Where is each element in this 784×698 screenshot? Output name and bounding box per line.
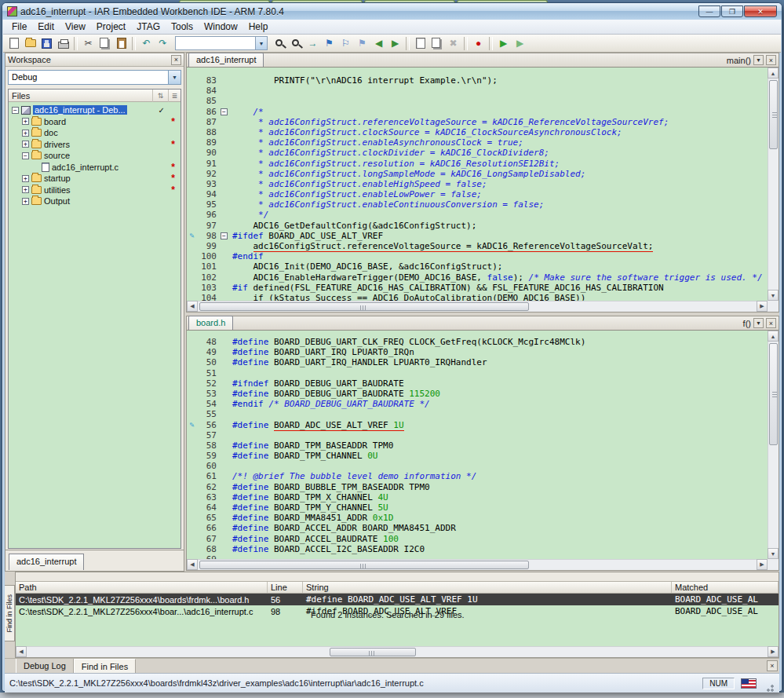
scroll-up-icon[interactable]: ▲ <box>768 68 779 79</box>
copy-icon[interactable] <box>97 36 112 51</box>
nav-back-icon[interactable]: ◀ <box>371 36 386 51</box>
code-line-66[interactable]: 66#define BOARD_ACCEL_ADDR BOARD_MMA8451… <box>187 523 768 533</box>
chevron-down-icon[interactable]: ▼ <box>168 71 181 84</box>
function-context-label[interactable]: main() <box>727 56 751 65</box>
code-line-86[interactable]: 86− /* <box>187 107 768 117</box>
find-combo-value[interactable] <box>176 37 255 49</box>
code-line-50[interactable]: 50#define BOARD_UART_IRQ_HANDLER LPUART0… <box>187 357 768 367</box>
menu-file[interactable]: File <box>6 20 32 33</box>
code-line-67[interactable]: 67#define BOARD_ACCEL_BAUDRATE 100 <box>187 534 768 544</box>
code-line-100[interactable]: 100#endif <box>187 251 768 261</box>
expand-icon[interactable]: + <box>22 175 29 182</box>
scroll-right-icon[interactable]: ▶ <box>757 301 768 312</box>
undo-icon[interactable]: ↶ <box>139 36 154 51</box>
menu-window[interactable]: Window <box>199 20 243 33</box>
code-line-98[interactable]: ✎98−#ifdef BOARD_ADC_USE_ALT_VREF <box>187 231 768 241</box>
scrollbar-thumb[interactable] <box>199 561 529 569</box>
goto-icon[interactable]: → <box>305 36 320 51</box>
code-line-99[interactable]: 99 adc16ConfigStruct.referenceVoltageSou… <box>187 241 768 251</box>
find-in-files-side-tab[interactable]: Find in Files <box>5 585 15 641</box>
code-line-56[interactable]: ✎56#define BOARD_ADC_USE_ALT_VREF 1U <box>187 420 768 430</box>
open-file-icon[interactable] <box>23 36 38 51</box>
code-area-board-h[interactable]: 48#define BOARD_DEBUG_UART_CLK_FREQ CLOC… <box>187 331 768 559</box>
save-icon[interactable] <box>39 36 54 51</box>
output-tab-debug-log[interactable]: Debug Log <box>16 659 74 673</box>
expand-icon[interactable]: + <box>22 198 29 205</box>
column-header-string[interactable]: String <box>303 582 672 593</box>
result-row[interactable]: C:\test\SDK_2.2.1_MKL27Z256xxx4\boards\f… <box>16 594 779 605</box>
scroll-down-icon[interactable]: ▼ <box>768 290 779 301</box>
chevron-down-icon[interactable]: ▼ <box>753 55 764 65</box>
menu-help[interactable]: Help <box>243 20 274 33</box>
expand-icon[interactable]: + <box>22 186 29 193</box>
position-marker-icon[interactable]: ✎ <box>187 231 197 241</box>
code-line-101[interactable]: 101 ADC16_Init(DEMO_ADC16_BASE, &adc16Co… <box>187 261 768 272</box>
compile-icon[interactable] <box>413 36 428 51</box>
column-header-matched[interactable]: Matched <box>672 582 779 593</box>
code-line-102[interactable]: 102 ADC16_EnableHardwareTrigger(DEMO_ADC… <box>187 272 768 283</box>
code-area-adc16-interrupt[interactable]: 83 PRINTF("\r\nADC16 interrupt Example.\… <box>187 68 768 301</box>
us-flag-icon[interactable] <box>741 678 757 689</box>
code-line-103[interactable]: 103#if defined(FSL_FEATURE_ADC16_HAS_CAL… <box>187 283 768 293</box>
tree-item-drivers[interactable]: +drivers* <box>9 139 181 151</box>
scroll-down-icon[interactable]: ▼ <box>768 548 779 559</box>
code-line-55[interactable]: 55 <box>187 409 768 419</box>
expand-icon[interactable]: + <box>22 118 29 125</box>
menu-project[interactable]: Project <box>91 20 131 33</box>
editor-tab-board-h[interactable]: board.h <box>188 316 233 330</box>
nav-forward-icon[interactable]: ▶ <box>388 36 403 51</box>
code-line-52[interactable]: 52#ifndef BOARD_DEBUG_UART_BAUDRATE <box>187 378 768 389</box>
vertical-scrollbar[interactable]: ▲ ▼ <box>768 331 779 559</box>
horizontal-scrollbar[interactable]: ◀ ▶ <box>187 301 768 312</box>
position-marker-icon[interactable]: ✎ <box>187 420 197 430</box>
code-line-104[interactable]: 104 if (kStatus_Success == ADC16_DoAutoC… <box>187 293 768 301</box>
function-context-label[interactable]: f() <box>743 319 751 328</box>
code-line-89[interactable]: 89 * adc16ConfigStruct.enableAsynchronou… <box>187 137 768 148</box>
code-line-61[interactable]: 61/*! @brief The bubble level demo infor… <box>187 471 768 481</box>
minimize-button[interactable]: — <box>698 5 720 17</box>
tree-item-adc16-interrupt-deb-[interactable]: −adc16_interrupt - Deb...✓ <box>9 104 181 116</box>
code-line-95[interactable]: 95 * adc16ConfigStruct.enableContinuousC… <box>187 199 768 210</box>
tree-item-startup[interactable]: +startup* <box>9 173 181 185</box>
menu-view[interactable]: View <box>60 20 91 33</box>
find-combo-box[interactable]: ▼ <box>175 36 268 50</box>
code-line-88[interactable]: 88 * adc16ConfigStruct.clockSource = kAD… <box>187 127 768 137</box>
code-line-83[interactable]: 83 PRINTF("\r\nADC16 interrupt Example.\… <box>187 75 768 86</box>
code-line-49[interactable]: 49#define BOARD_UART_IRQ LPUART0_IRQn <box>187 347 768 357</box>
redo-icon[interactable]: ↷ <box>155 36 170 51</box>
debug-without-download-icon[interactable]: ▶ <box>512 36 527 51</box>
replace-icon[interactable] <box>289 36 304 51</box>
tree-item-output[interactable]: +Output <box>9 196 181 207</box>
column-header-line[interactable]: Line <box>268 582 303 593</box>
tree-item-source[interactable]: −source <box>9 150 181 162</box>
toggle-breakpoint-icon[interactable]: ● <box>471 36 486 51</box>
horizontal-scrollbar[interactable]: ◀ ▶ <box>16 646 779 657</box>
scrollbar-thumb[interactable] <box>199 302 529 311</box>
bookmark-prev-icon[interactable]: ⚐ <box>338 36 353 51</box>
code-line-68[interactable]: 68#define BOARD_ACCEL_I2C_BASEADDR I2C0 <box>187 544 768 554</box>
code-line-65[interactable]: 65#define BOARD_MMA8451_ADDR 0x1D <box>187 513 768 523</box>
scrollbar-thumb[interactable] <box>769 80 778 149</box>
editor-tab-adc16-interrupt[interactable]: adc16_interrupt <box>188 53 264 67</box>
horizontal-scrollbar[interactable]: ◀ ▶ <box>187 559 768 570</box>
print-icon[interactable] <box>56 36 71 51</box>
code-line-93[interactable]: 93 * adc16ConfigStruct.enableHighSpeed =… <box>187 179 768 189</box>
resize-grip[interactable] <box>764 682 775 693</box>
tree-item-adc16-interrupt-c[interactable]: adc16_interrupt.c* <box>9 162 181 174</box>
vertical-scrollbar[interactable]: ▲ ▼ <box>768 68 779 301</box>
scroll-right-icon[interactable]: ▶ <box>768 646 779 657</box>
code-line-84[interactable]: 84 <box>187 86 768 96</box>
code-line-90[interactable]: 90 * adc16ConfigStruct.clockDivider = kA… <box>187 148 768 158</box>
status-column-icon[interactable]: ≣ <box>168 90 181 102</box>
expand-icon[interactable]: + <box>22 130 29 137</box>
code-line-57[interactable]: 57 <box>187 430 768 440</box>
code-line-60[interactable]: 60 <box>187 461 768 471</box>
expand-icon[interactable]: + <box>22 141 29 148</box>
build-config-select[interactable]: Debug ▼ <box>8 70 181 85</box>
chevron-down-icon[interactable]: ▼ <box>753 318 764 328</box>
code-line-59[interactable]: 59#define BOARD_TPM_CHANNEL 0U <box>187 451 768 461</box>
scroll-right-icon[interactable]: ▶ <box>757 559 768 570</box>
make-icon[interactable] <box>429 36 444 51</box>
bookmark-toggle-icon[interactable]: ⚑ <box>322 36 337 51</box>
title-bar[interactable]: adc16_interrupt - IAR Embedded Workbench… <box>2 3 782 20</box>
